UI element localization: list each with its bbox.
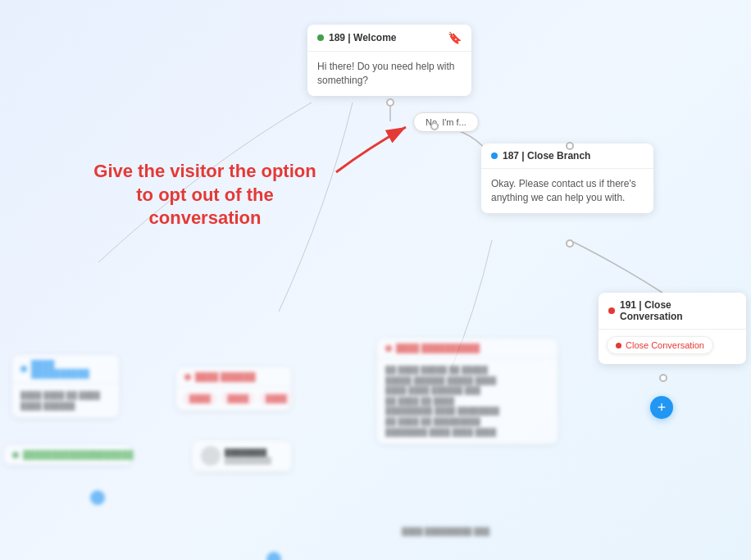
blurred-header-3: ████ ██████ bbox=[176, 367, 291, 387]
close-branch-message: Okay. Please contact us if there's anyth… bbox=[491, 178, 636, 203]
welcome-message: Hi there! Do you need help with somethin… bbox=[317, 61, 454, 86]
close-branch-body: Okay. Please contact us if there's anyth… bbox=[481, 169, 653, 213]
blurred-header-4: ████████ ██████████ bbox=[193, 441, 291, 471]
close-branch-dot bbox=[491, 153, 498, 159]
close-branch-conn-top bbox=[566, 142, 574, 150]
close-branch-conn-bottom bbox=[566, 239, 574, 248]
blurred-node-3: ████ ██████ ████ ████ ████ bbox=[176, 367, 291, 410]
canvas: 189 | Welcome 🔖 Hi there! Do you need he… bbox=[0, 0, 751, 560]
blurred-background: ████ ██████████ ████ ████ ██ ████████ ██… bbox=[0, 314, 751, 560]
btn-conn bbox=[430, 122, 439, 130]
welcome-node: 189 | Welcome 🔖 Hi there! Do you need he… bbox=[307, 25, 471, 96]
blurred-node-5: ████ ██████████ ██ ████ █████ ██ █████ █… bbox=[377, 339, 558, 444]
welcome-conn-bottom bbox=[386, 98, 394, 107]
annotation-text: Give the visitor the option to opt out o… bbox=[90, 160, 320, 230]
bookmark-icon: 🔖 bbox=[448, 31, 462, 44]
close-conv-dot bbox=[608, 307, 615, 314]
blurred-node-2: ███████████████████ bbox=[4, 445, 131, 465]
welcome-node-header: 189 | Welcome 🔖 bbox=[307, 25, 471, 52]
close-branch-id: 187 | Close Branch bbox=[503, 150, 590, 162]
welcome-node-body: Hi there! Do you need help with somethin… bbox=[307, 52, 471, 96]
close-branch-node: 187 | Close Branch Okay. Please contact … bbox=[481, 143, 653, 213]
no-im-button[interactable]: No, I'm f... bbox=[413, 112, 479, 132]
blurred-node-4: ████████ ██████████ bbox=[193, 441, 291, 471]
arrow-svg bbox=[320, 107, 426, 180]
blurred-header-5: ████ ██████████ bbox=[377, 339, 558, 358]
blurred-body-5: ██ ████ █████ ██ █████ █████ ██████ ████… bbox=[377, 358, 558, 444]
blurred-text-bottom: ████ █████████ ███ bbox=[402, 527, 489, 535]
blurred-header-1: ████ ██████████ bbox=[12, 355, 119, 384]
blurred-body-3: ████ ████ ████ bbox=[176, 387, 291, 410]
blue-circle-1 bbox=[90, 490, 105, 505]
blurred-header-2: ███████████████████ bbox=[4, 445, 131, 465]
welcome-node-id: 189 | Welcome bbox=[329, 32, 397, 43]
blurred-body-1: ████ ████ ██ ████████ ██████ bbox=[12, 384, 119, 417]
welcome-dot bbox=[317, 34, 324, 41]
blue-circle-2 bbox=[266, 552, 281, 560]
blurred-node-1: ████ ██████████ ████ ████ ██ ████████ ██… bbox=[12, 355, 119, 417]
